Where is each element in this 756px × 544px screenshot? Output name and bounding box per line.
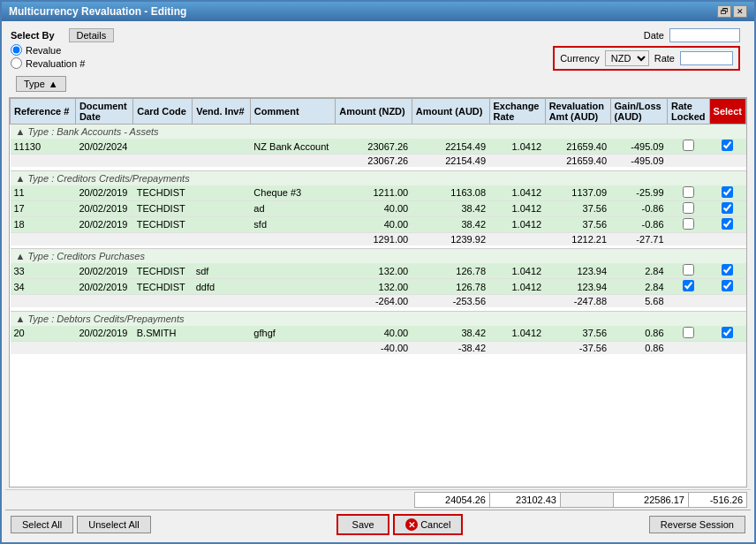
subtotal-amount-nzd: 1291.00	[336, 232, 412, 246]
cell-amount-nzd: 40.00	[336, 200, 412, 216]
revaluation-radio[interactable]	[11, 57, 22, 69]
save-button[interactable]: Save	[336, 514, 389, 535]
rate-locked-checkbox[interactable]	[683, 186, 694, 198]
unselect-all-button[interactable]: Unselect All	[77, 516, 150, 533]
cell-rate-locked	[668, 263, 710, 279]
subtotal-row-debtors-credits: -40.00 -38.42 -37.56 0.86	[11, 341, 746, 354]
cancel-button[interactable]: ✕ Cancel	[393, 514, 463, 535]
close-button[interactable]: ✕	[733, 5, 747, 18]
cell-doc-date: 20/02/2019	[75, 279, 132, 295]
cell-card-code	[133, 139, 193, 155]
bottom-center-buttons: Save ✕ Cancel	[336, 514, 463, 535]
revaluation-label: Revaluation #	[26, 58, 85, 69]
restore-button[interactable]: 🗗	[717, 5, 731, 18]
cell-ref: 11	[11, 185, 76, 201]
group-header-debtors-credits: ▲ Type : Debtors Credits/Prepayments	[11, 311, 746, 326]
select-checkbox[interactable]	[722, 280, 733, 291]
details-tab[interactable]: Details	[69, 28, 115, 42]
cell-rate-locked	[668, 200, 710, 216]
cell-doc-date: 20/02/2019	[75, 200, 132, 216]
currency-label: Currency	[560, 53, 600, 64]
revaluation-radio-item: Revaluation #	[11, 57, 114, 69]
rate-locked-checkbox[interactable]	[683, 140, 694, 151]
spacer-row	[11, 354, 746, 381]
cell-exchange-rate: 1.0412	[489, 139, 545, 155]
rate-locked-checkbox[interactable]	[683, 280, 694, 291]
cell-rate-locked	[668, 279, 710, 295]
title-bar-controls: 🗗 ✕	[717, 5, 747, 18]
footer-totals: 24054.26 23102.43 22586.17 -516.26	[202, 492, 747, 508]
data-table-container[interactable]: Reference # DocumentDate Card Code Vend.…	[9, 97, 747, 487]
table-row: 34 20/02/2019 TECHDIST ddfd 132.00 126.7…	[11, 279, 746, 295]
col-header-reval-amt: RevaluationAmt (AUD)	[545, 99, 610, 125]
cell-card-code: B.SMITH	[133, 326, 193, 342]
subtotal-reval-amt: 1212.21	[545, 232, 610, 246]
subtotal-gain-loss: -495.09	[610, 155, 668, 168]
cell-select	[709, 326, 745, 342]
subtotal-reval-amt: -247.88	[545, 295, 610, 308]
reverse-session-button[interactable]: Reverse Session	[649, 516, 745, 533]
select-all-button[interactable]: Select All	[11, 516, 73, 533]
subtotal-amount-nzd: -40.00	[336, 341, 412, 354]
rate-locked-checkbox[interactable]	[683, 327, 694, 338]
footer-total-nzd: 24054.26	[415, 493, 490, 507]
cell-comment: gfhgf	[250, 326, 335, 342]
cell-ref: 20	[11, 326, 76, 342]
select-checkbox[interactable]	[722, 202, 733, 214]
col-header-rate-locked: RateLocked	[668, 99, 710, 125]
group-label-creditors-purchases: ▲ Type : Creditors Purchases	[11, 249, 746, 264]
subtotal-exchange-spacer	[489, 341, 545, 354]
cell-amount-aud: 126.78	[412, 279, 489, 295]
select-checkbox[interactable]	[722, 218, 733, 230]
cell-doc-date: 20/02/2019	[75, 263, 132, 279]
select-checkbox[interactable]	[722, 186, 733, 198]
cell-comment: Cheque #3	[250, 185, 335, 201]
cell-comment: ad	[250, 200, 335, 216]
footer-gain-loss: -516.26	[689, 493, 746, 507]
rate-locked-checkbox[interactable]	[683, 264, 694, 276]
cell-exchange-rate: 1.0412	[489, 185, 545, 201]
currency-select[interactable]: NZD AUD USD	[605, 50, 649, 66]
select-checkbox[interactable]	[722, 140, 733, 151]
subtotal-amount-aud: -38.42	[412, 341, 489, 354]
data-table: Reference # DocumentDate Card Code Vend.…	[10, 98, 746, 381]
col-header-amount-aud: Amount (AUD)	[412, 99, 489, 125]
title-bar: Multicurrency Revaluation - Editing 🗗 ✕	[2, 2, 754, 21]
cell-gain-loss: 0.86	[610, 326, 668, 342]
subtotal-spacer	[11, 295, 336, 308]
cell-amount-aud: 126.78	[412, 263, 489, 279]
cell-amount-nzd: 23067.26	[336, 139, 412, 155]
cell-vend-inv	[193, 200, 251, 216]
group-label-bank-assets: ▲ Type : Bank Accounts - Assets	[11, 125, 746, 140]
table-row: 11 20/02/2019 TECHDIST Cheque #3 1211.00…	[11, 185, 746, 201]
window-title: Multicurrency Revaluation - Editing	[9, 5, 186, 18]
cell-vend-inv: ddfd	[193, 279, 251, 295]
table-row: 20 20/02/2019 B.SMITH gfhgf 40.00 38.42 …	[11, 326, 746, 342]
rate-input[interactable]: 1.0650	[680, 51, 733, 65]
cell-reval-amt: 123.94	[545, 279, 610, 295]
revalue-radio[interactable]	[11, 44, 22, 56]
col-header-comment: Comment	[250, 99, 335, 125]
cell-vend-inv	[193, 139, 251, 155]
rate-locked-checkbox[interactable]	[683, 202, 694, 214]
date-input[interactable]: 20/02/2024	[669, 28, 740, 42]
cell-doc-date: 20/02/2019	[75, 216, 132, 232]
type-button[interactable]: Type ▲	[16, 76, 66, 92]
type-btn-row: Type ▲	[5, 72, 751, 95]
cell-reval-amt: 123.94	[545, 263, 610, 279]
table-body: ▲ Type : Bank Accounts - Assets 11130 20…	[11, 125, 746, 381]
rate-locked-checkbox[interactable]	[683, 218, 694, 230]
cell-select	[709, 185, 745, 201]
cell-doc-date: 20/02/2019	[75, 185, 132, 201]
cell-card-code: TECHDIST	[133, 185, 193, 201]
cell-amount-nzd: 1211.00	[336, 185, 412, 201]
subtotal-exchange-spacer	[489, 232, 545, 246]
cell-select	[709, 279, 745, 295]
cell-rate-locked	[668, 185, 710, 201]
select-checkbox[interactable]	[722, 327, 733, 338]
subtotal-amount-nzd: -264.00	[336, 295, 412, 308]
subtotal-row-bank-assets: 23067.26 22154.49 21659.40 -495.09	[11, 155, 746, 168]
table-row: 33 20/02/2019 TECHDIST sdf 132.00 126.78…	[11, 263, 746, 279]
cell-card-code: TECHDIST	[133, 200, 193, 216]
select-checkbox[interactable]	[722, 264, 733, 276]
